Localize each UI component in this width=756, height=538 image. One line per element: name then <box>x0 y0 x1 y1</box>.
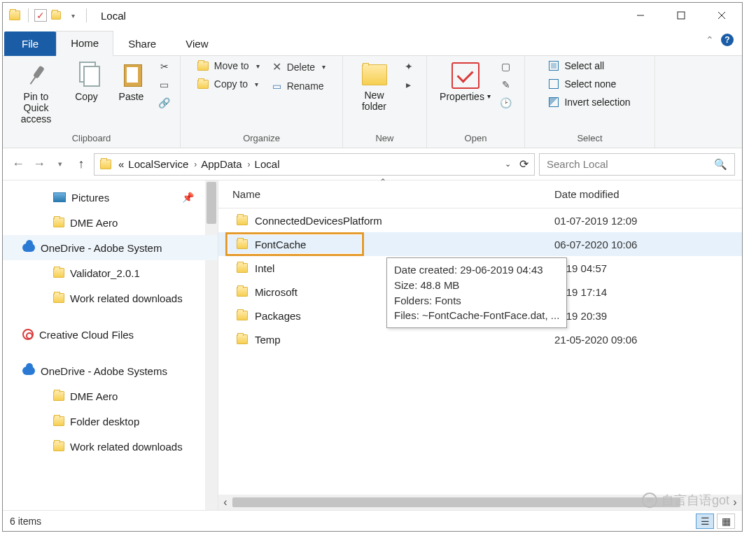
newfolder-label: New folder <box>362 90 386 112</box>
tree-item-label: Creative Cloud Files <box>39 329 134 341</box>
cut-icon[interactable]: ✂ <box>157 60 172 73</box>
group-label: Select <box>577 131 602 146</box>
history-icon[interactable]: 🕑 <box>498 97 514 109</box>
tab-share[interactable]: Share <box>113 31 171 56</box>
breadcrumb-item[interactable]: Local <box>255 158 280 170</box>
folder-icon <box>237 311 248 320</box>
tree-item[interactable]: DME Aero <box>3 383 218 409</box>
pin-quick-access-button[interactable]: Pin to Quick access <box>11 60 62 125</box>
table-row[interactable]: ConnectedDevicesPlatform01-07-2019 12:09 <box>218 208 742 232</box>
selectall-icon <box>549 61 559 71</box>
back-button[interactable]: ← <box>10 156 27 173</box>
folder-small-icon[interactable] <box>48 8 64 23</box>
file-name: ConnectedDevicesPlatform <box>255 215 382 227</box>
file-name: FontCache <box>255 239 306 250</box>
new-item-icon[interactable]: ✦ <box>401 60 416 73</box>
moveto-icon <box>197 62 209 71</box>
clipboard-mini-buttons: ✂ ▭ 🔗 <box>157 60 172 109</box>
navigation-row: ← → ▾ ↑ « LocalService› AppData› Local ⌄… <box>3 148 742 180</box>
close-button[interactable] <box>701 3 742 28</box>
chevron-down-icon: ▾ <box>322 63 326 71</box>
tab-home[interactable]: Home <box>56 31 113 56</box>
tree-item[interactable]: Folder desktop <box>3 409 218 434</box>
separator <box>28 8 29 22</box>
breadcrumb-item[interactable]: LocalService› <box>128 158 197 170</box>
copyto-icon <box>197 80 209 89</box>
column-header-date[interactable]: Date modified <box>547 188 620 200</box>
tree-item[interactable]: Pictures📌 <box>3 185 218 210</box>
ribbon-group-organize: Move to▾ Copy to▾ ✕Delete▾ ▭Rename Organ… <box>181 56 343 148</box>
tab-file[interactable]: File <box>4 31 56 56</box>
scroll-left-icon[interactable]: ‹ <box>218 496 232 509</box>
tree-item-label: Folder desktop <box>70 416 139 427</box>
tree-item[interactable]: Work related downloads <box>3 434 218 459</box>
paste-shortcut-icon[interactable]: 🔗 <box>157 97 172 109</box>
tree-item[interactable]: Work related downloads <box>3 285 218 311</box>
select-none-button[interactable]: Select none <box>549 78 630 90</box>
tree-item[interactable]: Creative Cloud Files <box>3 322 218 347</box>
up-button[interactable]: ↑ <box>73 156 90 173</box>
tooltip-line: Files: ~FontCache-FontFace.dat, ... <box>394 308 559 323</box>
invert-icon <box>549 97 559 107</box>
open-icon[interactable]: ▢ <box>498 60 514 73</box>
tree-item-label: DME Aero <box>70 390 118 402</box>
forward-button[interactable]: → <box>31 156 48 173</box>
tree-item-label: DME Aero <box>70 217 118 229</box>
new-folder-button[interactable]: New folder <box>354 60 396 112</box>
copy-button[interactable]: Copy <box>67 60 106 102</box>
select-all-button[interactable]: Select all <box>549 60 630 71</box>
rename-button[interactable]: ▭Rename <box>272 80 326 92</box>
open-mini-buttons: ▢ ✎ 🕑 <box>498 60 514 109</box>
scroll-right-icon[interactable]: › <box>728 496 742 509</box>
folder-icon <box>53 293 64 303</box>
minimize-button[interactable] <box>620 3 661 28</box>
address-bar[interactable]: « LocalService› AppData› Local ⌄ ⟳ <box>94 153 535 176</box>
chevron-down-icon: ▾ <box>255 80 258 88</box>
maximize-button[interactable] <box>661 3 701 28</box>
tree-item-label: Pictures <box>71 192 109 204</box>
column-header-name[interactable]: Name <box>218 188 547 200</box>
ribbon-tabs: File Home Share View ⌃ ? <box>3 28 742 56</box>
easy-access-icon[interactable]: ▸ <box>401 78 416 91</box>
breadcrumb-item[interactable]: AppData› <box>201 158 250 170</box>
refresh-button[interactable]: ⟳ <box>519 157 528 171</box>
tab-view[interactable]: View <box>171 31 223 56</box>
recent-dropdown-icon[interactable]: ▾ <box>52 156 69 173</box>
file-name: Microsoft <box>255 286 298 298</box>
horizontal-scrollbar[interactable]: ‹ › <box>218 495 742 510</box>
table-row[interactable]: FontCache06-07-2020 10:06 <box>218 232 742 256</box>
qat-dropdown-icon[interactable]: ▾ <box>65 8 80 23</box>
checkbox-icon[interactable]: ✓ <box>34 9 47 22</box>
navigation-tree[interactable]: Pictures📌DME AeroOneDrive - Adobe System… <box>3 180 218 510</box>
paste-button[interactable]: Paste <box>112 60 151 102</box>
scrollbar-thumb[interactable] <box>232 497 680 507</box>
properties-button[interactable]: Properties▾ <box>438 60 493 102</box>
tree-item[interactable]: Validator_2.0.1 <box>3 260 218 285</box>
collapse-ribbon-icon[interactable]: ⌃ <box>706 34 714 45</box>
tree-item[interactable] <box>3 347 218 358</box>
folder-icon <box>53 391 64 401</box>
tree-item-label: OneDrive - Adobe Systems <box>41 365 167 377</box>
tooltip-line: Size: 48.8 MB <box>394 278 559 293</box>
view-details-button[interactable]: ☰ <box>696 514 714 529</box>
table-row[interactable]: Temp21-05-2020 09:06 <box>218 327 742 351</box>
move-to-button[interactable]: Move to▾ <box>197 60 260 71</box>
delete-button[interactable]: ✕Delete▾ <box>272 60 326 73</box>
help-icon[interactable]: ? <box>721 34 734 46</box>
invert-selection-button[interactable]: Invert selection <box>549 97 630 108</box>
edit-icon[interactable]: ✎ <box>498 78 514 91</box>
tree-item[interactable]: DME Aero <box>3 210 218 235</box>
tree-item[interactable] <box>3 311 218 322</box>
tree-item[interactable]: OneDrive - Adobe Systems <box>3 358 218 383</box>
chevron-down-icon: ▾ <box>256 62 260 70</box>
view-thumbnails-button[interactable]: ▦ <box>717 514 735 529</box>
tooltip: Date created: 29-06-2019 04:43 Size: 48.… <box>386 257 567 328</box>
copy-path-icon[interactable]: ▭ <box>157 78 172 91</box>
search-input[interactable]: Search Local 🔍 <box>539 153 735 176</box>
address-dropdown-icon[interactable]: ⌄ <box>505 160 511 169</box>
tree-item[interactable]: OneDrive - Adobe System <box>3 235 218 260</box>
ribbon-group-open: Properties▾ ▢ ✎ 🕑 Open <box>427 56 525 148</box>
file-list[interactable]: ConnectedDevicesPlatform01-07-2019 12:09… <box>218 208 742 495</box>
file-name: Packages <box>255 310 301 322</box>
copy-to-button[interactable]: Copy to▾ <box>197 78 260 90</box>
